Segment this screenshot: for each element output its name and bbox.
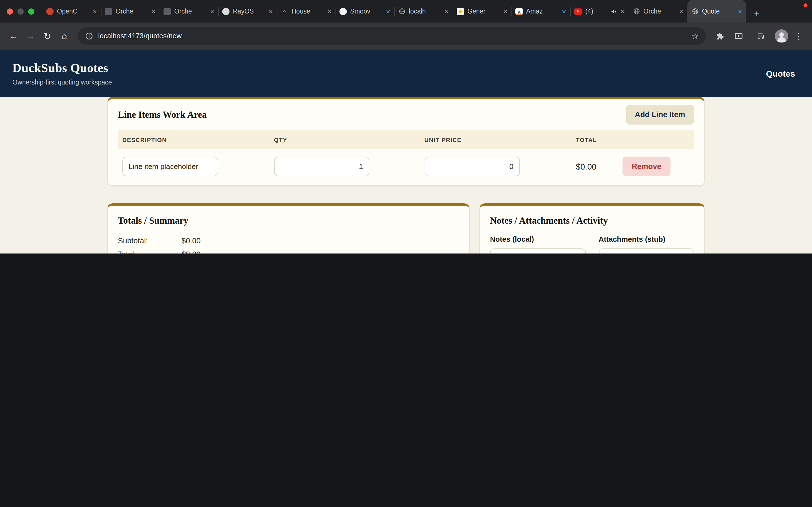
column-header-total: TOTAL	[571, 130, 623, 149]
back-icon[interactable]: ←	[6, 28, 21, 44]
qty-input[interactable]	[274, 157, 369, 176]
notes-column: Notes (local) Add Note No notes yet.	[490, 235, 586, 253]
tab-house[interactable]: ⌂ House ×	[277, 0, 336, 22]
menu-kebab-icon[interactable]: ⋮	[795, 31, 803, 41]
total-row: Total: $0.00	[118, 248, 459, 253]
tab-close-icon[interactable]: ×	[93, 8, 97, 15]
light-app-icon	[222, 8, 230, 15]
app-subtitle: Ownership-first quoting workspace	[12, 79, 112, 86]
tab-close-icon[interactable]: ×	[503, 8, 507, 15]
tab-title: Quote	[702, 8, 734, 15]
cast-tab-icon[interactable]	[731, 28, 747, 44]
tab-close-icon[interactable]: ×	[562, 8, 566, 15]
tab-close-icon[interactable]: ×	[269, 8, 273, 15]
app-title: DuckSubs Quotes	[12, 61, 112, 75]
tab-close-icon[interactable]: ×	[210, 8, 214, 15]
tab-title: Orche	[644, 8, 676, 15]
tab-close-icon[interactable]: ×	[620, 8, 625, 15]
media-controls-icon[interactable]	[753, 28, 769, 44]
tab-orche-2[interactable]: Orche ×	[160, 0, 218, 22]
omnibox[interactable]: localhost:4173/quotes/new ☆	[78, 27, 706, 45]
line-items-table-header: DESCRIPTION QTY UNIT PRICE TOTAL	[118, 130, 694, 149]
tab-gener[interactable]: Gener ×	[453, 0, 511, 22]
tab-amazon[interactable]: a Amaz ×	[511, 0, 570, 22]
tab-close-icon[interactable]: ×	[327, 8, 332, 15]
forward-icon[interactable]: →	[22, 28, 38, 44]
tab-rayos[interactable]: RayOS ×	[218, 0, 277, 22]
totals-heading: Totals / Summary	[118, 215, 459, 226]
attachments-column: Attachments (stub) Add Attachment No att…	[599, 235, 694, 253]
tab-youtube[interactable]: (4) ×	[570, 0, 629, 22]
globe-icon	[398, 8, 405, 15]
tab-close-icon[interactable]: ×	[738, 8, 742, 15]
tab-close-icon[interactable]: ×	[445, 8, 449, 15]
house-icon: ⌂	[281, 8, 288, 15]
tab-openc[interactable]: OpenC ×	[42, 0, 101, 22]
reload-icon[interactable]: ↻	[40, 28, 55, 44]
red-app-icon	[46, 8, 54, 15]
line-item-row: $0.00 Remove	[118, 149, 694, 176]
notes-panel-heading: Notes / Attachments / Activity	[490, 215, 694, 226]
subtotal-value: $0.00	[182, 234, 201, 248]
nav-link-quotes[interactable]: Quotes	[766, 68, 795, 78]
globe-icon	[691, 8, 699, 15]
tab-title: Gener	[467, 8, 500, 15]
new-tab-button[interactable]: +	[749, 6, 764, 22]
tab-quotes-active[interactable]: Quote ×	[688, 0, 746, 22]
note-input[interactable]	[490, 248, 586, 253]
screen: OpenC × Orche × Orche × RayOS × ⌂ House	[0, 0, 812, 253]
app-icon	[457, 8, 464, 15]
tab-title: OpenC	[57, 8, 89, 15]
app-header: DuckSubs Quotes Ownership-first quoting …	[0, 50, 812, 97]
unit-price-input[interactable]	[424, 157, 520, 176]
column-header-qty: QTY	[269, 130, 420, 149]
tab-close-icon[interactable]: ×	[151, 8, 156, 15]
line-items-heading: Line Items Work Area	[118, 109, 207, 120]
row-total-value: $0.00	[571, 162, 623, 171]
tab-title: RayOS	[233, 8, 265, 15]
add-line-item-button[interactable]: Add Line Item	[626, 105, 694, 124]
notes-label: Notes (local)	[490, 235, 586, 243]
tab-close-icon[interactable]: ×	[386, 8, 390, 15]
column-header-description: DESCRIPTION	[118, 130, 269, 149]
subtotal-label: Subtotal:	[118, 234, 182, 248]
tab-close-icon[interactable]: ×	[679, 8, 683, 15]
youtube-icon	[574, 8, 582, 14]
tab-title: Amaz	[526, 8, 559, 15]
tab-smoov[interactable]: Smoov ×	[336, 0, 394, 22]
github-icon	[340, 8, 347, 15]
tab-title: House	[292, 8, 324, 15]
app-header-left: DuckSubs Quotes Ownership-first quoting …	[12, 61, 112, 86]
browser-toolbar: ← → ↻ ⌂ localhost:4173/quotes/new ☆ ⋮	[0, 22, 812, 50]
tab-title: Orche	[174, 8, 207, 15]
column-header-actions	[623, 130, 694, 149]
tab-title: Smoov	[350, 8, 383, 15]
tabs: OpenC × Orche × Orche × RayOS × ⌂ House	[42, 0, 746, 22]
totals-summary-card: Totals / Summary Subtotal: $0.00 Total: …	[107, 203, 470, 253]
home-icon[interactable]: ⌂	[56, 28, 72, 44]
bookmark-star-icon[interactable]: ☆	[692, 32, 699, 41]
tab-orche-1[interactable]: Orche ×	[101, 0, 160, 22]
dark-app-icon	[163, 8, 171, 15]
total-value: $0.00	[182, 248, 201, 253]
tab-audio-speaker-icon[interactable]	[611, 8, 617, 14]
notes-attachments-card: Notes / Attachments / Activity Notes (lo…	[479, 203, 705, 253]
window-minimize-button[interactable]	[17, 8, 24, 14]
tab-orche-3[interactable]: Orche ×	[629, 0, 688, 22]
attachments-label: Attachments (stub)	[599, 235, 694, 243]
description-input[interactable]	[122, 157, 218, 176]
amazon-icon: a	[515, 8, 523, 15]
recording-indicator-dot	[804, 3, 808, 7]
window-zoom-button[interactable]	[28, 8, 35, 14]
window-close-button[interactable]	[7, 8, 13, 14]
tab-title: (4)	[585, 8, 608, 15]
attachment-name-input[interactable]	[599, 248, 694, 253]
remove-line-item-button[interactable]: Remove	[623, 157, 670, 176]
extensions-icon[interactable]	[712, 28, 727, 44]
dark-app-icon	[105, 8, 112, 15]
site-info-icon[interactable]	[85, 32, 93, 40]
window-controls	[7, 0, 42, 22]
tab-localhost[interactable]: localh ×	[394, 0, 453, 22]
toolbar-right-icons: ⋮	[728, 28, 806, 44]
profile-avatar-icon[interactable]	[775, 29, 788, 43]
